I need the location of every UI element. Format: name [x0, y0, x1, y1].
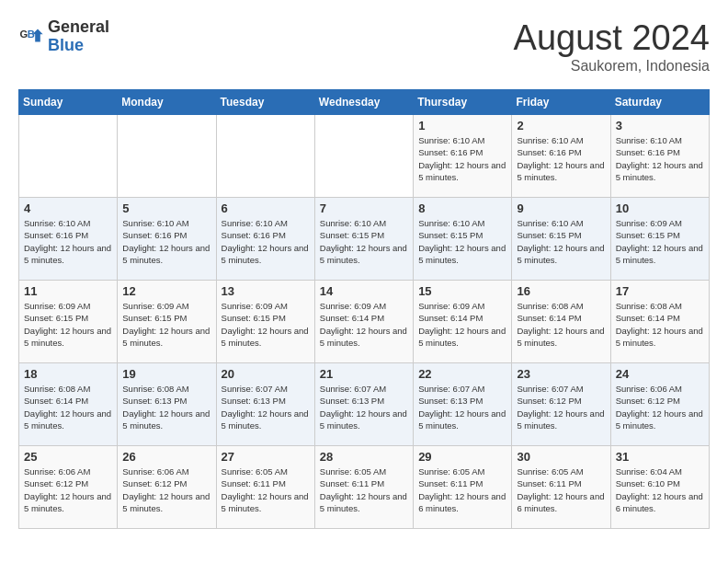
- day-info: Sunrise: 6:06 AM Sunset: 6:12 PM Dayligh…: [616, 383, 704, 431]
- day-number: 31: [616, 450, 704, 464]
- day-number: 26: [122, 450, 210, 464]
- day-number: 19: [122, 367, 210, 381]
- calendar-week-2: 4Sunrise: 6:10 AM Sunset: 6:16 PM Daylig…: [19, 198, 710, 281]
- day-number: 24: [616, 367, 704, 381]
- calendar-title: August 2024: [514, 18, 710, 58]
- calendar-cell: 25Sunrise: 6:06 AM Sunset: 6:12 PM Dayli…: [19, 446, 118, 529]
- day-info: Sunrise: 6:10 AM Sunset: 6:15 PM Dayligh…: [418, 217, 506, 266]
- calendar-week-3: 11Sunrise: 6:09 AM Sunset: 6:15 PM Dayli…: [19, 281, 710, 363]
- weekday-header-monday: Monday: [118, 90, 216, 115]
- day-number: 28: [320, 450, 408, 464]
- calendar-cell: 21Sunrise: 6:07 AM Sunset: 6:13 PM Dayli…: [314, 363, 413, 446]
- day-number: 10: [616, 201, 704, 215]
- day-number: 13: [222, 284, 310, 298]
- day-info: Sunrise: 6:08 AM Sunset: 6:14 PM Dayligh…: [517, 300, 605, 349]
- calendar-cell: 10Sunrise: 6:09 AM Sunset: 6:15 PM Dayli…: [610, 198, 709, 281]
- calendar-cell: 29Sunrise: 6:05 AM Sunset: 6:11 PM Dayli…: [414, 446, 512, 529]
- day-info: Sunrise: 6:10 AM Sunset: 6:15 PM Dayligh…: [517, 217, 605, 266]
- weekday-header-saturday: Saturday: [610, 90, 709, 115]
- day-info: Sunrise: 6:07 AM Sunset: 6:12 PM Dayligh…: [517, 383, 605, 431]
- day-number: 30: [517, 450, 605, 464]
- day-info: Sunrise: 6:10 AM Sunset: 6:16 PM Dayligh…: [517, 134, 605, 183]
- calendar-cell: 22Sunrise: 6:07 AM Sunset: 6:13 PM Dayli…: [414, 363, 512, 446]
- calendar-cell: 23Sunrise: 6:07 AM Sunset: 6:12 PM Dayli…: [512, 363, 610, 446]
- weekday-header-sunday: Sunday: [19, 90, 118, 115]
- weekday-header-thursday: Thursday: [414, 90, 512, 115]
- day-number: 11: [24, 284, 112, 298]
- svg-text:B: B: [28, 29, 35, 40]
- calendar-cell: [19, 115, 118, 198]
- day-number: 15: [418, 284, 506, 298]
- calendar-cell: 31Sunrise: 6:04 AM Sunset: 6:10 PM Dayli…: [610, 446, 709, 529]
- calendar-week-5: 25Sunrise: 6:06 AM Sunset: 6:12 PM Dayli…: [19, 446, 710, 529]
- calendar-cell: 14Sunrise: 6:09 AM Sunset: 6:14 PM Dayli…: [314, 281, 413, 363]
- calendar-cell: 1Sunrise: 6:10 AM Sunset: 6:16 PM Daylig…: [414, 115, 512, 198]
- weekday-header-wednesday: Wednesday: [314, 90, 413, 115]
- day-info: Sunrise: 6:05 AM Sunset: 6:11 PM Dayligh…: [320, 465, 408, 514]
- svg-text:G: G: [19, 29, 28, 40]
- day-info: Sunrise: 6:09 AM Sunset: 6:15 PM Dayligh…: [24, 300, 112, 349]
- calendar-cell: 16Sunrise: 6:08 AM Sunset: 6:14 PM Dayli…: [512, 281, 610, 363]
- calendar-cell: 11Sunrise: 6:09 AM Sunset: 6:15 PM Dayli…: [19, 281, 118, 363]
- calendar-cell: 15Sunrise: 6:09 AM Sunset: 6:14 PM Dayli…: [414, 281, 512, 363]
- day-number: 29: [418, 450, 506, 464]
- calendar-cell: 5Sunrise: 6:10 AM Sunset: 6:16 PM Daylig…: [118, 198, 216, 281]
- day-info: Sunrise: 6:07 AM Sunset: 6:13 PM Dayligh…: [418, 383, 506, 431]
- calendar-cell: [118, 115, 216, 198]
- day-info: Sunrise: 6:10 AM Sunset: 6:16 PM Dayligh…: [616, 134, 704, 183]
- calendar-cell: [216, 115, 314, 198]
- calendar-cell: 9Sunrise: 6:10 AM Sunset: 6:15 PM Daylig…: [512, 198, 610, 281]
- day-info: Sunrise: 6:06 AM Sunset: 6:12 PM Dayligh…: [24, 465, 112, 514]
- day-info: Sunrise: 6:08 AM Sunset: 6:14 PM Dayligh…: [24, 383, 112, 431]
- day-info: Sunrise: 6:04 AM Sunset: 6:10 PM Dayligh…: [616, 465, 704, 514]
- day-info: Sunrise: 6:09 AM Sunset: 6:14 PM Dayligh…: [320, 300, 408, 349]
- calendar-cell: 4Sunrise: 6:10 AM Sunset: 6:16 PM Daylig…: [19, 198, 118, 281]
- day-number: 7: [320, 201, 408, 215]
- day-number: 9: [517, 201, 605, 215]
- day-number: 16: [517, 284, 605, 298]
- calendar-cell: 12Sunrise: 6:09 AM Sunset: 6:15 PM Dayli…: [118, 281, 216, 363]
- calendar-cell: 26Sunrise: 6:06 AM Sunset: 6:12 PM Dayli…: [118, 446, 216, 529]
- day-number: 25: [24, 450, 112, 464]
- calendar-cell: 13Sunrise: 6:09 AM Sunset: 6:15 PM Dayli…: [216, 281, 314, 363]
- day-info: Sunrise: 6:05 AM Sunset: 6:11 PM Dayligh…: [222, 465, 310, 514]
- title-block: August 2024 Saukorem, Indonesia: [514, 18, 710, 75]
- day-info: Sunrise: 6:07 AM Sunset: 6:13 PM Dayligh…: [320, 383, 408, 431]
- weekday-header-tuesday: Tuesday: [216, 90, 314, 115]
- calendar-cell: 6Sunrise: 6:10 AM Sunset: 6:16 PM Daylig…: [216, 198, 314, 281]
- day-info: Sunrise: 6:09 AM Sunset: 6:15 PM Dayligh…: [222, 300, 310, 349]
- day-info: Sunrise: 6:08 AM Sunset: 6:13 PM Dayligh…: [122, 383, 210, 431]
- day-number: 14: [320, 284, 408, 298]
- day-number: 18: [24, 367, 112, 381]
- calendar-cell: 3Sunrise: 6:10 AM Sunset: 6:16 PM Daylig…: [610, 115, 709, 198]
- day-number: 6: [222, 201, 310, 215]
- calendar-week-4: 18Sunrise: 6:08 AM Sunset: 6:14 PM Dayli…: [19, 363, 710, 446]
- calendar-cell: 27Sunrise: 6:05 AM Sunset: 6:11 PM Dayli…: [216, 446, 314, 529]
- calendar-cell: 17Sunrise: 6:08 AM Sunset: 6:14 PM Dayli…: [610, 281, 709, 363]
- calendar-subtitle: Saukorem, Indonesia: [514, 58, 710, 75]
- calendar-cell: 7Sunrise: 6:10 AM Sunset: 6:15 PM Daylig…: [314, 198, 413, 281]
- day-info: Sunrise: 6:10 AM Sunset: 6:16 PM Dayligh…: [418, 134, 506, 183]
- day-number: 17: [616, 284, 704, 298]
- day-number: 22: [418, 367, 506, 381]
- day-number: 21: [320, 367, 408, 381]
- weekday-header-friday: Friday: [512, 90, 610, 115]
- calendar-cell: 8Sunrise: 6:10 AM Sunset: 6:15 PM Daylig…: [414, 198, 512, 281]
- day-number: 8: [418, 201, 506, 215]
- day-number: 4: [24, 201, 112, 215]
- day-info: Sunrise: 6:10 AM Sunset: 6:16 PM Dayligh…: [222, 217, 310, 266]
- day-number: 3: [616, 119, 704, 132]
- logo: G B General Blue: [18, 18, 109, 55]
- calendar-week-1: 1Sunrise: 6:10 AM Sunset: 6:16 PM Daylig…: [19, 115, 710, 198]
- day-number: 27: [222, 450, 310, 464]
- calendar-cell: 20Sunrise: 6:07 AM Sunset: 6:13 PM Dayli…: [216, 363, 314, 446]
- day-info: Sunrise: 6:05 AM Sunset: 6:11 PM Dayligh…: [517, 465, 605, 514]
- day-info: Sunrise: 6:08 AM Sunset: 6:14 PM Dayligh…: [616, 300, 704, 349]
- calendar-cell: 28Sunrise: 6:05 AM Sunset: 6:11 PM Dayli…: [314, 446, 413, 529]
- calendar-cell: 18Sunrise: 6:08 AM Sunset: 6:14 PM Dayli…: [19, 363, 118, 446]
- day-number: 23: [517, 367, 605, 381]
- calendar-cell: [314, 115, 413, 198]
- day-info: Sunrise: 6:10 AM Sunset: 6:15 PM Dayligh…: [320, 217, 408, 266]
- calendar-cell: 30Sunrise: 6:05 AM Sunset: 6:11 PM Dayli…: [512, 446, 610, 529]
- day-number: 2: [517, 119, 605, 132]
